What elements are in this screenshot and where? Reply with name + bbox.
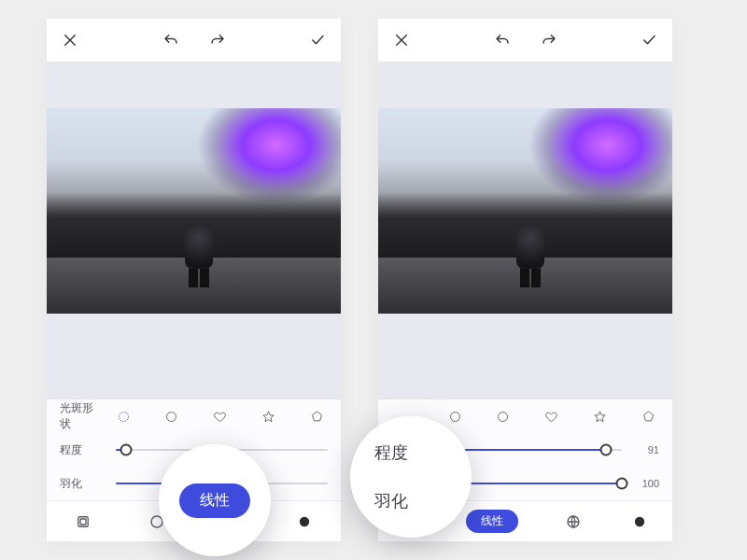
- shape-pentagon-icon[interactable]: [641, 409, 655, 424]
- topbar: [378, 19, 672, 62]
- svg-point-6: [300, 517, 308, 525]
- topbar: [47, 19, 341, 62]
- bubble-amount-label: 程度: [374, 441, 408, 464]
- shape-heart-icon[interactable]: [544, 409, 559, 424]
- shape-heart-icon[interactable]: [213, 409, 228, 424]
- svg-point-1: [167, 412, 176, 421]
- redo-icon[interactable]: [207, 30, 228, 50]
- shape-pentagon-icon[interactable]: [309, 409, 324, 424]
- phone-left: 光斑形状 程度 羽化: [47, 19, 341, 541]
- confirm-icon[interactable]: [639, 30, 659, 50]
- close-icon[interactable]: [391, 30, 412, 50]
- bubble-feather-label: 羽化: [374, 490, 408, 512]
- shape-circle-icon[interactable]: [447, 409, 462, 424]
- tab-globe-icon[interactable]: [562, 511, 585, 533]
- amount-label: 程度: [60, 442, 103, 458]
- svg-point-7: [450, 412, 459, 421]
- photo-preview[interactable]: [47, 108, 341, 314]
- close-icon[interactable]: [60, 30, 80, 50]
- confirm-icon[interactable]: [307, 30, 328, 50]
- tab-square-icon[interactable]: [72, 511, 94, 533]
- shape-circle-dashed-icon[interactable]: [116, 409, 131, 424]
- shape-label: 光斑形状: [60, 400, 103, 432]
- active-pill[interactable]: 线性: [466, 510, 518, 533]
- feather-value: 100: [635, 478, 659, 489]
- shape-star-icon[interactable]: [592, 409, 607, 424]
- svg-point-12: [635, 517, 643, 525]
- shape-circle-icon[interactable]: [496, 409, 511, 424]
- svg-rect-3: [80, 519, 86, 525]
- shape-row: 光斑形状: [47, 399, 341, 433]
- phone-right: 91 100 线性 程度 羽化: [378, 19, 672, 541]
- magnifier-bubble-pill: 线性: [159, 444, 271, 556]
- photo-preview[interactable]: [378, 108, 672, 314]
- svg-point-8: [499, 412, 508, 421]
- amount-slider[interactable]: [447, 449, 622, 451]
- feather-slider[interactable]: [447, 483, 622, 484]
- redo-icon[interactable]: [539, 30, 559, 50]
- pill-zoom: 线性: [179, 483, 250, 518]
- amount-value: 91: [635, 444, 659, 455]
- magnifier-bubble-labels: 程度 羽化: [350, 416, 472, 538]
- shape-circle-icon[interactable]: [164, 409, 179, 424]
- undo-icon[interactable]: [161, 30, 181, 50]
- svg-point-0: [119, 412, 128, 421]
- shape-star-icon[interactable]: [261, 409, 275, 424]
- tab-dot-icon[interactable]: [628, 511, 651, 533]
- undo-icon[interactable]: [492, 30, 513, 50]
- tab-dot-icon[interactable]: [293, 511, 316, 533]
- feather-label: 羽化: [60, 476, 103, 492]
